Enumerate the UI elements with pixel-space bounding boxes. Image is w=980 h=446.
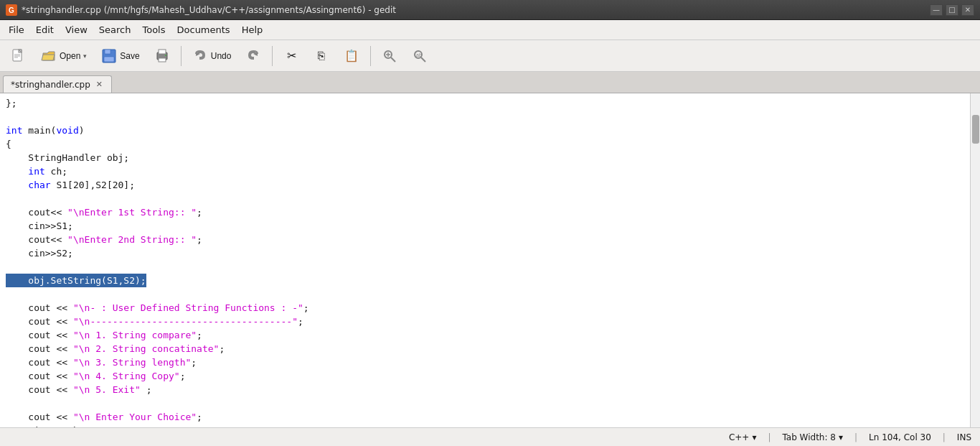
svg-rect-9 — [105, 50, 110, 54]
find-button[interactable] — [375, 45, 404, 68]
tab-width-arrow: ▾ — [839, 432, 843, 442]
menu-item-documents[interactable]: Documents — [171, 22, 236, 38]
open-dropdown-arrow[interactable]: ▾ — [83, 52, 87, 60]
toolbar: Open ▾ Save — [0, 40, 980, 72]
editor-container: }; int main(void){ StringHandler obj; in… — [0, 93, 980, 427]
save-label: Save — [120, 51, 139, 61]
tab-bar: *stringhandler.cpp ✕ — [0, 72, 980, 93]
redo-icon — [245, 48, 261, 64]
app-icon: G — [6, 4, 17, 16]
menu-bar: FileEditViewSearchToolsDocumentsHelp — [0, 20, 980, 40]
new-icon — [11, 48, 27, 64]
menu-item-edit[interactable]: Edit — [30, 22, 60, 38]
code-line-14[interactable] — [6, 287, 964, 301]
code-line-11[interactable]: cin>>S2; — [6, 246, 964, 260]
undo-label: Undo — [211, 51, 232, 61]
language-label: C++ — [729, 432, 750, 442]
code-line-13[interactable]: obj.SetString(S1,S2); — [6, 274, 964, 287]
menu-item-search[interactable]: Search — [93, 22, 137, 38]
code-line-22[interactable] — [6, 396, 964, 410]
language-arrow: ▾ — [752, 432, 756, 442]
menu-item-tools[interactable]: Tools — [136, 22, 171, 38]
code-line-9[interactable]: cin>>S1; — [6, 219, 964, 233]
status-sep-1: | — [768, 432, 771, 442]
open-button[interactable]: Open ▾ — [34, 45, 93, 68]
svg-rect-10 — [104, 57, 114, 62]
open-label: Open — [60, 51, 80, 61]
code-line-5[interactable]: int ch; — [6, 164, 964, 178]
window-controls[interactable]: — □ ✕ — [930, 4, 974, 16]
copy-button[interactable]: ⎘ — [307, 45, 336, 68]
scrollbar-thumb[interactable] — [972, 115, 979, 144]
cursor-position: Ln 104, Col 30 — [869, 432, 931, 442]
insert-mode: INS — [957, 432, 971, 442]
menu-item-help[interactable]: Help — [236, 22, 269, 38]
code-line-6[interactable]: char S1[20],S2[20]; — [6, 178, 964, 192]
new-button[interactable] — [4, 45, 33, 68]
menu-item-view[interactable]: View — [60, 22, 93, 38]
replace-icon: ab — [412, 48, 428, 64]
print-button[interactable] — [148, 45, 176, 68]
position-label: Ln 104, Col 30 — [869, 432, 931, 442]
paste-button[interactable]: 📋 — [337, 45, 366, 68]
cut-icon: ✂ — [283, 48, 299, 64]
code-line-20[interactable]: cout << "\n 4. String Copy"; — [6, 369, 964, 383]
copy-icon: ⎘ — [314, 48, 329, 64]
code-line-3[interactable]: { — [6, 137, 964, 151]
tab-width-selector[interactable]: Tab Width: 8 ▾ — [782, 432, 843, 442]
maximize-button[interactable]: □ — [946, 4, 958, 16]
language-selector[interactable]: C++ ▾ — [729, 432, 757, 442]
code-line-4[interactable]: StringHandler obj; — [6, 151, 964, 164]
code-line-17[interactable]: cout << "\n 1. String compare"; — [6, 328, 964, 342]
tab-width-label: Tab Width: 8 — [782, 432, 835, 442]
svg-line-18 — [391, 57, 395, 62]
undo-button[interactable]: Undo — [186, 45, 238, 68]
svg-text:G: G — [9, 6, 14, 14]
cut-button[interactable]: ✂ — [277, 45, 306, 68]
code-line-19[interactable]: cout << "\n 3. String length"; — [6, 356, 964, 369]
open-icon — [41, 48, 57, 64]
toolbar-separator-2 — [272, 46, 273, 66]
tab-close-button[interactable]: ✕ — [95, 79, 104, 90]
code-line-21[interactable]: cout << "\n 5. Exit" ; — [6, 383, 964, 396]
code-line-23[interactable]: cout << "\n Enter Your Choice"; — [6, 410, 964, 424]
code-line-0[interactable]: }; — [6, 96, 964, 110]
save-icon — [101, 48, 117, 64]
code-editor[interactable]: }; int main(void){ StringHandler obj; in… — [0, 93, 970, 427]
code-line-2[interactable]: int main(void) — [6, 124, 964, 137]
title-bar-left: G *stringhandler.cpp (/mnt/hgfs/Mahesh_U… — [6, 4, 396, 16]
print-icon — [154, 48, 170, 64]
code-line-10[interactable]: cout<< "\nEnter 2nd String:: "; — [6, 233, 964, 246]
toolbar-separator-3 — [370, 46, 371, 66]
status-sep-3: | — [943, 432, 946, 442]
code-line-15[interactable]: cout << "\n- : User Defined String Funct… — [6, 301, 964, 315]
code-line-8[interactable]: cout<< "\nEnter 1st String:: "; — [6, 205, 964, 219]
editor-tab[interactable]: *stringhandler.cpp ✕ — [3, 75, 112, 93]
undo-icon — [192, 48, 208, 64]
status-sep-2: | — [854, 432, 857, 442]
close-button[interactable]: ✕ — [961, 4, 974, 16]
tab-label: *stringhandler.cpp — [11, 80, 90, 90]
mode-label: INS — [957, 432, 971, 442]
replace-button[interactable]: ab — [405, 45, 434, 68]
code-line-7[interactable] — [6, 192, 964, 205]
code-line-12[interactable] — [6, 260, 964, 274]
svg-text:ab: ab — [416, 52, 422, 57]
redo-button[interactable] — [239, 45, 268, 68]
vertical-scrollbar[interactable] — [970, 93, 980, 427]
window-title: *stringhandler.cpp (/mnt/hgfs/Mahesh_Udd… — [22, 5, 396, 15]
menu-item-file[interactable]: File — [3, 22, 30, 38]
code-line-24[interactable]: cin >> ch; — [6, 424, 964, 427]
svg-point-14 — [165, 55, 166, 56]
svg-rect-12 — [159, 50, 166, 54]
find-icon — [382, 48, 397, 64]
title-bar: G *stringhandler.cpp (/mnt/hgfs/Mahesh_U… — [0, 0, 980, 20]
paste-icon: 📋 — [344, 48, 359, 64]
minimize-button[interactable]: — — [930, 4, 943, 16]
code-line-16[interactable]: cout << "\n-----------------------------… — [6, 315, 964, 328]
svg-line-22 — [421, 57, 425, 62]
code-line-1[interactable] — [6, 110, 964, 124]
code-line-18[interactable]: cout << "\n 2. String concatinate"; — [6, 342, 964, 356]
save-button[interactable]: Save — [95, 45, 146, 68]
status-bar: C++ ▾ | Tab Width: 8 ▾ | Ln 104, Col 30 … — [0, 427, 980, 446]
